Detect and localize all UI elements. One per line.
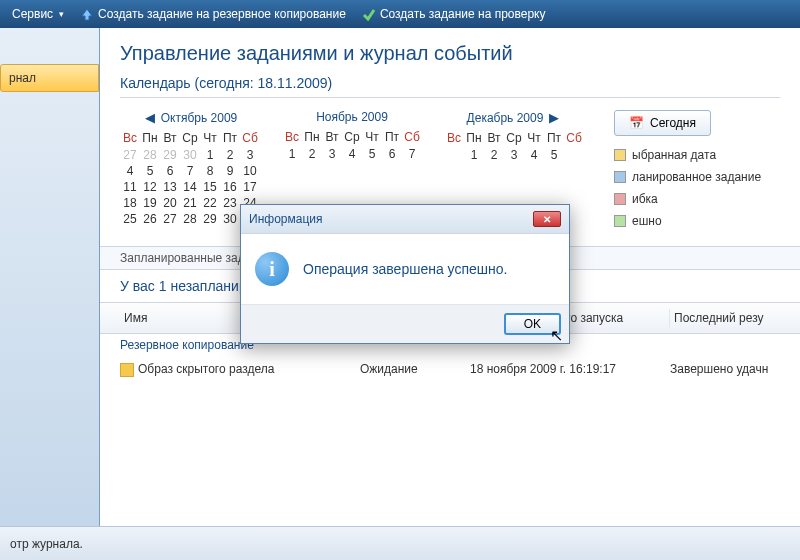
calendar-next-month: Декабрь 2009▶ ВсПнВтСрЧтПтСб 12345 [444, 110, 584, 163]
svg-marker-0 [82, 9, 92, 20]
calendar-prev-button[interactable]: ◀ [143, 110, 157, 125]
calendar-current-month: Ноябрь 2009 ВсПнВтСрЧтПтСб 1234567 [282, 110, 422, 162]
status-bar: отр журнала. [0, 526, 800, 560]
calendar-next-button[interactable]: ▶ [547, 110, 561, 125]
calendar-heading: Календарь (сегодня: 18.11.2009) [120, 75, 780, 98]
menu-service[interactable]: Сервис▾ [4, 5, 72, 23]
tab-planned[interactable]: Запланированные задан [120, 251, 258, 265]
calendar-prev-month: ◀Октябрь 2009 ВсПнВтСрЧтПтСб 27282930123… [120, 110, 260, 227]
dialog-title: Информация [249, 212, 322, 226]
task-row[interactable]: Образ скрытого раздела Ожидание 18 ноябр… [100, 356, 800, 383]
toolbar-create-backup[interactable]: Создать задание на резервное копирование [72, 5, 354, 23]
calendar-legend: ыбранная дата ланированное задание ибка … [614, 148, 761, 228]
chevron-down-icon: ▾ [59, 9, 64, 19]
info-icon: i [255, 252, 289, 286]
dialog-message: Операция завершена успешно. [303, 261, 507, 277]
dialog-close-button[interactable]: ✕ [533, 211, 561, 227]
info-dialog: Информация ✕ i Операция завершена успешн… [240, 204, 570, 344]
dialog-ok-button[interactable]: OK [504, 313, 561, 335]
calendar-icon: 📅 [629, 116, 644, 130]
page-title: Управление заданиями и журнал событий [120, 42, 780, 65]
today-button[interactable]: 📅 Сегодня [614, 110, 711, 136]
toolbar-create-check[interactable]: Создать задание на проверку [354, 5, 554, 23]
arrow-up-icon [80, 7, 94, 21]
top-toolbar: Сервис▾ Создать задание на резервное коп… [0, 0, 800, 28]
col-result[interactable]: Последний резу [670, 309, 780, 327]
sidebar-tab-journal[interactable]: рнал [0, 64, 99, 92]
sidebar: рнал [0, 28, 100, 526]
task-icon [120, 363, 134, 377]
check-icon [362, 7, 376, 21]
